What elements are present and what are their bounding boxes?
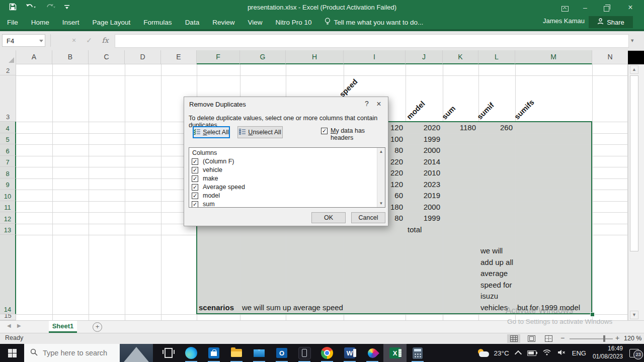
mail-icon[interactable] (253, 346, 266, 359)
listbox-scroll-down-icon[interactable]: ▼ (378, 201, 384, 206)
cell-J10[interactable]: 2019 (406, 190, 440, 201)
cell-F14[interactable]: scenarios (199, 302, 234, 313)
col-header-C[interactable]: C (89, 50, 125, 64)
checkbox-icon[interactable]: ✓ (192, 193, 198, 199)
row-header-13[interactable]: 13 (0, 224, 16, 235)
listbox-scrollbar[interactable]: ▲ ▼ (377, 148, 385, 207)
save-icon[interactable] (9, 3, 17, 13)
formula-bar-expand-icon[interactable]: ▾ (631, 37, 634, 44)
tab-file[interactable]: File (7, 19, 18, 26)
your-phone-icon[interactable] (298, 346, 311, 359)
weather-widget[interactable]: 23°C (477, 349, 509, 357)
col-header-M[interactable]: M (515, 50, 592, 64)
col-header-E[interactable]: E (161, 50, 197, 64)
customize-qat-icon[interactable] (64, 4, 69, 13)
formula-input[interactable] (115, 34, 629, 48)
scroll-up-icon[interactable]: ▲ (630, 65, 638, 74)
unselect-all-button[interactable]: Unselect All (237, 126, 283, 138)
column-item-sum[interactable]: ✓ sum (192, 201, 215, 208)
cell-J5[interactable]: 1999 (406, 134, 440, 145)
minimize-button[interactable]: – (577, 2, 594, 13)
col-header-H[interactable]: H (286, 50, 344, 64)
column-item-average-speed[interactable]: ✓ Average speed (192, 184, 245, 191)
fill-handle[interactable] (590, 312, 595, 317)
row-header-2[interactable]: 2 (0, 64, 16, 75)
language-indicator[interactable]: ENG (572, 349, 586, 357)
sheet-nav-right-icon[interactable]: ▶ (17, 323, 21, 328)
scroll-down-icon[interactable]: ▼ (630, 311, 638, 319)
tab-data[interactable]: Data (185, 19, 200, 26)
row-header-5[interactable]: 5 (0, 133, 16, 144)
outlook-icon[interactable]: O (275, 346, 288, 359)
edge-icon[interactable] (185, 346, 198, 359)
zoom-slider-track[interactable] (570, 338, 613, 339)
row-header-14[interactable]: 14 (0, 235, 16, 314)
column-item-model[interactable]: ✓ model (192, 192, 220, 199)
row-header-11[interactable]: 11 (0, 201, 16, 212)
row-header-6[interactable]: 6 (0, 144, 16, 156)
normal-view-icon[interactable] (507, 334, 520, 343)
zoom-out-icon[interactable]: − (560, 334, 565, 342)
name-box-dropdown-icon[interactable] (39, 40, 43, 42)
row-header-12[interactable]: 12 (0, 212, 16, 224)
search-input[interactable] (42, 348, 119, 357)
row-header-3[interactable]: 3 (0, 75, 16, 122)
checkbox-icon[interactable]: ✓ (192, 201, 198, 208)
calculator-icon[interactable] (411, 346, 424, 359)
row-header-10[interactable]: 10 (0, 190, 16, 201)
file-explorer-icon[interactable] (230, 346, 243, 359)
col-header-I[interactable]: I (344, 50, 406, 64)
checkbox-icon[interactable]: ✓ (192, 175, 198, 182)
add-sheet-icon[interactable]: + (93, 322, 102, 332)
sheet-nav-left-icon[interactable]: ◀ (7, 323, 11, 328)
tab-formulas[interactable]: Formulas (143, 19, 172, 26)
tray-expand-icon[interactable] (515, 350, 522, 357)
select-all-corner[interactable] (0, 50, 16, 64)
checkbox-icon[interactable]: ✓ (192, 158, 198, 165)
cell-J13[interactable]: total (408, 224, 422, 235)
cell-J9[interactable]: 2023 (406, 179, 440, 190)
tab-insert[interactable]: Insert (62, 19, 79, 26)
checkbox-icon[interactable]: ✓ (192, 167, 198, 173)
dialog-help-icon[interactable]: ? (362, 100, 372, 108)
sheet-tab-sheet1[interactable]: Sheet1 (49, 321, 77, 333)
cell-J7[interactable]: 2014 (406, 156, 440, 167)
notification-center-icon[interactable]: 23 (629, 349, 639, 357)
col-header-D[interactable]: D (125, 50, 161, 64)
microsoft-store-icon[interactable] (207, 346, 220, 359)
tab-home[interactable]: Home (31, 19, 49, 26)
ribbon-display-options-icon[interactable] (556, 2, 574, 13)
tab-page-layout[interactable]: Page Layout (93, 19, 131, 26)
cell-J4[interactable]: 2020 (406, 122, 440, 133)
col-header-L[interactable]: L (478, 50, 515, 64)
cell-G14[interactable]: we will sum up average speed (242, 302, 343, 313)
select-all-button[interactable]: Select All (193, 126, 230, 138)
page-break-view-icon[interactable] (542, 334, 555, 343)
ok-button[interactable]: OK (311, 212, 346, 223)
undo-icon[interactable] (26, 4, 36, 13)
column-item-make[interactable]: ✓ make (192, 175, 218, 182)
zoom-slider-thumb[interactable] (603, 335, 605, 342)
cell-J11[interactable]: 2000 (406, 202, 440, 213)
col-header-B[interactable]: B (52, 50, 89, 64)
start-button[interactable] (0, 344, 24, 362)
restore-button[interactable] (598, 2, 615, 13)
task-view-icon[interactable] (162, 346, 175, 359)
cancel-button[interactable]: Cancel (351, 212, 385, 223)
column-item-vehicle[interactable]: ✓ vehicle (192, 166, 222, 173)
cell-K4[interactable]: 1180 (443, 122, 476, 133)
my-data-has-headers-checkbox[interactable]: ✓ (321, 128, 328, 134)
page-layout-view-icon[interactable] (525, 334, 538, 343)
tab-nitro-pro[interactable]: Nitro Pro 10 (275, 19, 311, 26)
close-button[interactable]: × (622, 2, 639, 13)
col-header-N[interactable]: N (592, 50, 628, 64)
col-header-K[interactable]: K (443, 50, 478, 64)
col-header-G[interactable]: G (240, 50, 286, 64)
dialog-close-icon[interactable]: × (374, 100, 384, 109)
cell-J6[interactable]: 2000 (406, 145, 440, 156)
col-header-A[interactable]: A (16, 50, 52, 64)
zoom-in-icon[interactable]: + (615, 334, 619, 342)
cancel-entry-icon[interactable]: × (67, 34, 80, 47)
my-data-has-headers-label[interactable]: My data has headers (331, 127, 388, 141)
taskbar-search[interactable] (24, 344, 153, 362)
